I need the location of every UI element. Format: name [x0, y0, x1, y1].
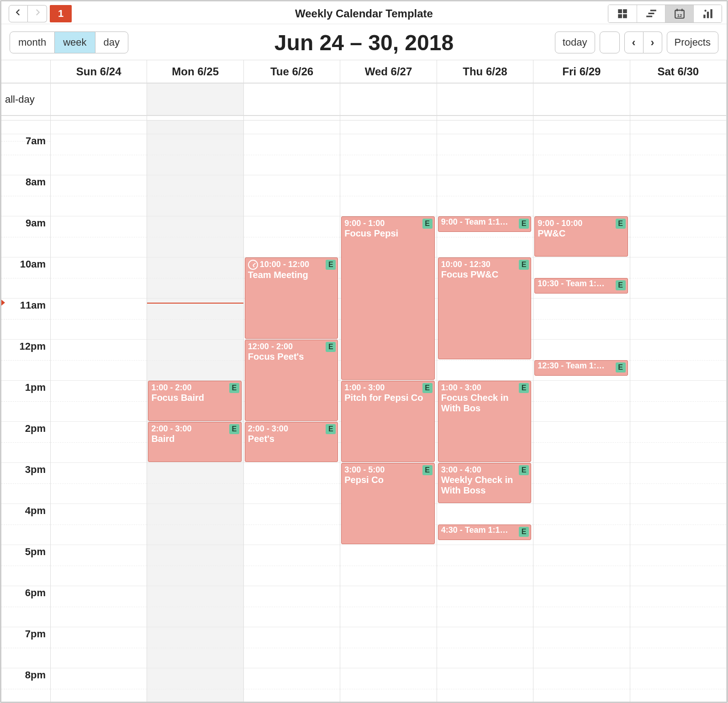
- calendar-event[interactable]: 10:30 - Team 1:…E: [534, 278, 628, 294]
- hour-label: 9am: [1, 216, 50, 257]
- hour-label: 8pm: [1, 668, 50, 703]
- event-badge: E: [616, 280, 626, 290]
- day-column[interactable]: [630, 121, 727, 703]
- allday-cell[interactable]: [244, 84, 340, 115]
- calendar-event[interactable]: 9:00 - 10:00PW&CE: [534, 216, 628, 257]
- view-chart-icon[interactable]: [693, 5, 722, 22]
- svg-rect-3: [623, 14, 627, 18]
- hour-label: 7am: [1, 134, 50, 175]
- event-title: Focus PW&C: [441, 269, 528, 280]
- event-time: 12:00 - 2:00: [248, 342, 335, 352]
- event-badge: E: [519, 383, 529, 393]
- event-badge: E: [422, 383, 433, 393]
- event-badge: E: [422, 465, 433, 475]
- hour-label: 4pm: [1, 504, 50, 545]
- calendar-event[interactable]: 1:00 - 3:00Pitch for Pepsi CoE: [341, 381, 434, 462]
- hour-label: 1pm: [1, 381, 50, 422]
- chevron-left-icon: ‹: [632, 36, 636, 49]
- event-badge: E: [616, 362, 626, 372]
- calendar-event[interactable]: 3:00 - 4:00Weekly Check in With BossE: [438, 463, 531, 503]
- event-title: Focus Peet's: [248, 352, 335, 362]
- clock-icon: [248, 260, 258, 270]
- calendar-event[interactable]: 9:00 - Team 1:1…E: [438, 216, 531, 232]
- day-column[interactable]: 9:00 - Team 1:1…E10:00 - 12:30Focus PW&C…: [437, 121, 533, 703]
- nav-forward-button[interactable]: [28, 5, 47, 22]
- event-title: Weekly Check in With Boss: [441, 475, 528, 496]
- calendar-event[interactable]: 12:00 - 2:00Focus Peet'sE: [245, 340, 338, 421]
- event-title: Focus Check in With Bos: [441, 393, 528, 414]
- calendar-event[interactable]: 4:30 - Team 1:1…E: [438, 525, 531, 540]
- hour-label: 12pm: [1, 340, 50, 381]
- svg-rect-11: [703, 15, 705, 18]
- hour-label: 8am: [1, 175, 50, 216]
- event-badge: E: [326, 424, 336, 434]
- event-badge: E: [326, 260, 336, 270]
- event-badge: E: [519, 465, 529, 475]
- event-time: 2:00 - 3:00: [151, 424, 238, 434]
- event-title: Pitch for Pepsi Co: [344, 393, 431, 403]
- day-column[interactable]: [51, 121, 147, 703]
- view-grid-icon[interactable]: [608, 5, 637, 22]
- day-header: Mon 6/25: [147, 60, 243, 83]
- day-header: Tue 6/26: [244, 60, 340, 83]
- allday-cell[interactable]: [340, 84, 437, 115]
- event-time: 9:00 - 1:00: [344, 219, 431, 228]
- day-header: Fri 6/29: [533, 60, 630, 83]
- projects-button[interactable]: Projects: [667, 31, 718, 53]
- calendar-event[interactable]: 3:00 - 5:00Pepsi CoE: [341, 463, 434, 544]
- allday-cell[interactable]: [147, 84, 243, 115]
- calendar-event[interactable]: 9:00 - 1:00Focus PepsiE: [341, 216, 434, 380]
- event-title: Pepsi Co: [344, 475, 431, 485]
- allday-cell[interactable]: [51, 84, 147, 115]
- event-title: Peet's: [248, 434, 335, 444]
- day-column[interactable]: 9:00 - 1:00Focus PepsiE1:00 - 3:00Pitch …: [340, 121, 437, 703]
- chevron-left-icon: [14, 8, 22, 19]
- calendar-event[interactable]: 1:00 - 3:00Focus Check in With BosE: [438, 381, 531, 462]
- svg-rect-12: [707, 11, 708, 18]
- day-header: Thu 6/28: [437, 60, 533, 83]
- event-time: 10:30 - Team 1:…: [538, 279, 624, 289]
- allday-cell[interactable]: [630, 84, 727, 115]
- day-column[interactable]: 1:00 - 2:00Focus BairdE2:00 - 3:00BairdE: [147, 121, 243, 703]
- dropdown-button[interactable]: [600, 31, 620, 53]
- nav-back-button[interactable]: [9, 5, 28, 22]
- day-header: Wed 6/27: [340, 60, 437, 83]
- day-column[interactable]: 10:00 - 12:00Team MeetingE12:00 - 2:00Fo…: [244, 121, 340, 703]
- calendar-event[interactable]: 2:00 - 3:00Peet'sE: [245, 422, 338, 462]
- hour-label: 5pm: [1, 545, 50, 586]
- view-calendar-icon[interactable]: 12: [665, 5, 693, 22]
- event-title: Focus Pepsi: [344, 228, 431, 239]
- today-button[interactable]: today: [555, 31, 595, 53]
- event-time: 10:00 - 12:00: [248, 260, 335, 270]
- event-time: 1:00 - 3:00: [344, 383, 431, 393]
- allday-cell[interactable]: [533, 84, 630, 115]
- event-badge: E: [229, 424, 239, 434]
- event-time: 3:00 - 5:00: [344, 465, 431, 475]
- allday-cell[interactable]: [437, 84, 533, 115]
- view-day-button[interactable]: day: [95, 31, 128, 53]
- calendar-event[interactable]: 10:00 - 12:30Focus PW&CE: [438, 257, 531, 359]
- calendar-event[interactable]: 2:00 - 3:00BairdE: [148, 422, 241, 462]
- svg-rect-8: [676, 9, 677, 11]
- svg-rect-1: [623, 9, 627, 13]
- event-time: 2:00 - 3:00: [248, 424, 335, 434]
- event-title: Focus Baird: [151, 393, 238, 403]
- view-month-button[interactable]: month: [10, 31, 55, 53]
- hour-label: 11am: [1, 299, 50, 340]
- prev-week-button[interactable]: ‹: [624, 31, 644, 53]
- view-week-button[interactable]: week: [55, 31, 95, 53]
- calendar-event[interactable]: 10:00 - 12:00Team MeetingE: [245, 257, 338, 339]
- layout-tab-number[interactable]: 1: [50, 5, 72, 22]
- event-badge: E: [422, 219, 433, 229]
- event-badge: E: [326, 342, 336, 352]
- day-column[interactable]: 9:00 - 10:00PW&CE10:30 - Team 1:…E12:30 …: [533, 121, 630, 703]
- view-gantt-icon[interactable]: [637, 5, 665, 22]
- next-week-button[interactable]: ›: [644, 31, 662, 53]
- event-time: 9:00 - Team 1:1…: [441, 217, 528, 227]
- event-time: 1:00 - 2:00: [151, 383, 238, 393]
- svg-text:12: 12: [677, 12, 682, 17]
- event-badge: E: [229, 383, 239, 393]
- event-title: Baird: [151, 434, 238, 444]
- calendar-event[interactable]: 1:00 - 2:00Focus BairdE: [148, 381, 241, 421]
- calendar-event[interactable]: 12:30 - Team 1:…E: [534, 360, 628, 376]
